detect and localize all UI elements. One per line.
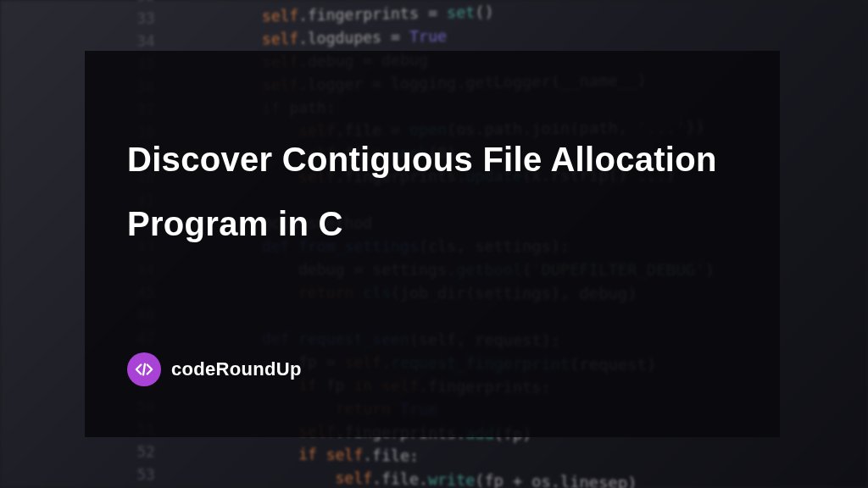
card-title: Discover Contiguous File Allocation Prog… [127,127,737,256]
line-number: 52 [7,438,153,463]
line-number: 53 [7,461,153,486]
svg-line-0 [143,364,145,375]
code-brackets-icon [127,352,161,386]
content-card: Discover Contiguous File Allocation Prog… [85,51,780,437]
brand-row: codeRoundUp [127,352,737,386]
brand-name: codeRoundUp [171,358,302,380]
line-number: 33 [7,7,153,32]
